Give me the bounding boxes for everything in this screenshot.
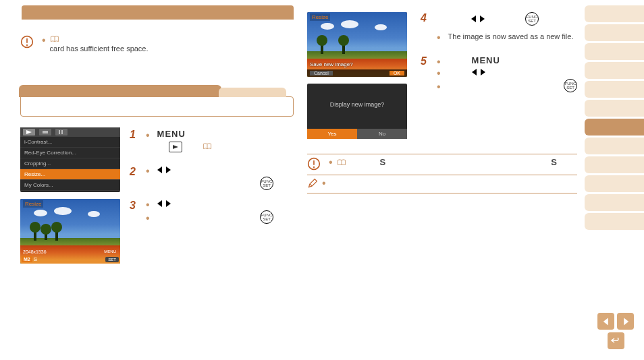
bullet-icon: • (437, 69, 441, 78)
book-icon (203, 142, 212, 152)
sidebar-tab[interactable] (585, 194, 644, 211)
playback-icon (169, 142, 182, 152)
func-set-button-icon: FUNCSET (260, 177, 273, 190)
page-nav (595, 313, 636, 349)
step-number-3: 3 (130, 200, 142, 212)
book-icon (337, 158, 346, 168)
divider (307, 154, 577, 154)
print-tab-icon (39, 129, 51, 136)
lcd-set-tag: SET (105, 257, 119, 262)
menu-item: i-Contrast... (20, 137, 120, 148)
yes-label: Yes (307, 129, 357, 139)
menu-item: My Colors... (20, 180, 120, 191)
pencil-icon (307, 178, 318, 190)
sidebar-tab[interactable] (585, 213, 644, 230)
svg-marker-12 (624, 318, 628, 325)
bullet-icon: • (437, 83, 441, 91)
no-label: No (357, 129, 407, 139)
left-right-arrows-icon (472, 69, 485, 76)
camera-menu-screenshot: i-Contrast... Red-Eye Correction... Crop… (20, 127, 120, 192)
display-prompt-text: Display new image? (330, 101, 385, 108)
left-right-arrows-icon (471, 16, 485, 22)
tab-strip (20, 85, 294, 97)
tools-tab-icon (55, 129, 68, 136)
menu-label: MENU (157, 129, 186, 139)
warning-icon (307, 157, 321, 172)
size-badge: M2 (22, 256, 32, 262)
left-right-arrows-icon (157, 200, 171, 207)
svg-rect-5 (59, 130, 60, 134)
sidebar-tab[interactable] (585, 100, 644, 117)
step-4-text: The image is now saved as a new file. (448, 32, 574, 40)
divider (307, 175, 577, 175)
lcd-menu-tag: MENU (101, 249, 119, 254)
menu-label: MENU (472, 55, 500, 65)
svg-marker-11 (603, 318, 608, 325)
svg-marker-3 (26, 130, 32, 134)
s-mark: S (551, 157, 557, 167)
content-box (20, 96, 294, 117)
step-number-5: 5 (421, 55, 433, 67)
left-right-arrows-icon (157, 167, 171, 173)
bullet-icon: • (322, 179, 326, 187)
menu-item-selected: Resize... (20, 169, 120, 180)
bullet-icon: • (146, 201, 150, 209)
playback-tab-icon (23, 129, 35, 136)
prev-page-button[interactable] (597, 313, 614, 330)
divider (307, 193, 577, 193)
section-heading-bar (22, 5, 294, 20)
warning-icon (20, 35, 34, 50)
warning-text: card has sufficient free space. (50, 44, 149, 53)
bullet-icon: • (146, 131, 150, 140)
svg-point-10 (314, 167, 315, 168)
camera-save-screenshot: Resize Save new image? Cancel OK (307, 12, 407, 77)
sidebar-tab[interactable] (585, 156, 644, 173)
bullet-icon: • (146, 167, 150, 175)
svg-point-2 (27, 45, 28, 46)
sidebar-tab[interactable] (585, 138, 644, 154)
step-number-1: 1 (130, 129, 142, 141)
camera-resize-screenshot: Resize 2048x1536 MENU M2 S SET (20, 199, 120, 264)
func-set-button-icon: FUNCSET (525, 12, 539, 26)
menu-item: Red-Eye Correction... (20, 148, 120, 158)
bullet-icon: • (146, 214, 150, 222)
sidebar-tab[interactable] (585, 62, 644, 79)
step-number-4: 4 (421, 12, 433, 24)
section-number (23, 12, 43, 30)
lcd-title: Resize (23, 200, 43, 208)
tip-row: • (307, 178, 577, 190)
cancel-label: Cancel (310, 71, 333, 76)
func-set-button-icon: FUNCSET (260, 210, 273, 224)
warning-row: • card has sufficient free space. (20, 35, 294, 53)
sidebar-tab[interactable] (585, 81, 644, 98)
bullet-icon: • (329, 158, 333, 167)
sidebar-tab[interactable] (585, 43, 644, 60)
save-prompt-text: Save new image? (310, 61, 353, 67)
note-row: • S S (307, 157, 577, 172)
tab-active (19, 85, 221, 97)
sidebar-tab[interactable] (585, 175, 644, 192)
lcd-dimensions: 2048x1536 (23, 249, 47, 254)
svg-rect-4 (43, 131, 48, 133)
s-mark: S (380, 157, 386, 167)
next-page-button[interactable] (617, 313, 634, 330)
sidebar-tab[interactable] (585, 24, 644, 41)
tab-inactive (219, 88, 286, 97)
bullet-icon: • (437, 58, 441, 66)
svg-rect-6 (61, 130, 63, 134)
sidebar-tab-active[interactable] (585, 119, 644, 136)
step-number-2: 2 (130, 166, 142, 178)
svg-marker-7 (173, 145, 178, 149)
camera-display-prompt-screenshot: Display new image? Yes No (307, 84, 407, 139)
lcd-title: Resize (310, 13, 330, 21)
bullet-icon: • (437, 34, 441, 42)
book-icon (50, 35, 59, 44)
bullet-icon: • (42, 36, 46, 44)
sidebar (585, 5, 644, 232)
sidebar-tab[interactable] (585, 5, 644, 22)
menu-item: Cropping... (20, 158, 120, 169)
func-set-button-icon: FUNCSET (564, 79, 577, 92)
ok-label: OK (390, 71, 404, 76)
return-button[interactable] (608, 332, 624, 349)
size-s: S (34, 256, 37, 262)
